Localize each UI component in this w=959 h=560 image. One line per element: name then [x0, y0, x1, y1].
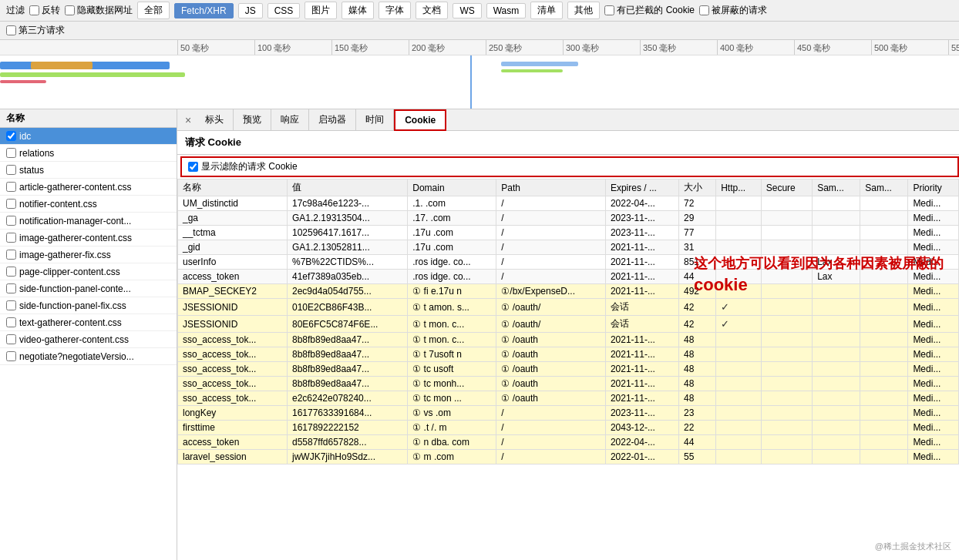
show-filtered-checkbox[interactable]: 显示滤除的请求 Cookie — [188, 160, 298, 173]
col-name: 名称 — [178, 179, 288, 196]
hide-data-url-checkbox[interactable]: 隐藏数据网址 — [65, 4, 133, 17]
list-item-image-fix[interactable]: image-gatherer-fix.css — [0, 246, 177, 263]
watermark: @稀土掘金技术社区 — [875, 541, 951, 552]
list-item-image-gatherer[interactable]: image-gatherer-content.css — [0, 230, 177, 246]
show-filtered-input[interactable] — [188, 162, 198, 172]
list-item-notification-manager[interactable]: notification-manager-cont... — [0, 213, 177, 230]
table-row[interactable]: laravel_sessionjwWJK7jihHo9Sdz...① m .co… — [178, 450, 959, 464]
media-button[interactable]: 媒体 — [342, 2, 374, 19]
tab-cookie[interactable]: Cookie — [394, 109, 446, 131]
doc-button[interactable]: 文档 — [416, 2, 448, 19]
list-item-text-gatherer-checkbox[interactable] — [6, 317, 16, 327]
table-row[interactable]: sso_access_tok...8b8fb89ed8aa47...① tc u… — [178, 362, 959, 377]
clear-button[interactable]: 清单 — [530, 2, 563, 19]
timeline-bar-orange — [31, 62, 93, 69]
list-item-negotiate-checkbox[interactable] — [6, 351, 16, 361]
table-row[interactable]: JSESSIONID010E2CB86F43B...① t amon. s...… — [178, 299, 959, 316]
list-item-page-clipper-checkbox[interactable] — [6, 267, 16, 277]
tab-timing[interactable]: 时间 — [356, 109, 394, 131]
tabs-bar: × 标头 预览 响应 启动器 时间 Cookie — [177, 109, 959, 131]
left-panel-header: 名称 — [0, 109, 177, 128]
reverse-checkbox[interactable]: 反转 — [29, 4, 60, 17]
list-item-notification-checkbox[interactable] — [6, 216, 16, 226]
tick-100: 100 毫秒 — [254, 40, 331, 55]
list-item-side-fix-checkbox[interactable] — [6, 300, 16, 310]
table-row[interactable]: longKey16177633391684...① vs .om/2023-11… — [178, 406, 959, 421]
list-item-side-function-checkbox[interactable] — [6, 283, 16, 293]
main-area: 名称 idc relations status article-gatherer… — [0, 109, 959, 560]
fetch-xhr-button[interactable]: Fetch/XHR — [174, 3, 234, 18]
col-priority: Priority — [908, 179, 959, 196]
cookie-header: 请求 Cookie — [177, 131, 959, 155]
list-item-side-fix[interactable]: side-function-panel-fix.css — [0, 297, 177, 314]
all-button[interactable]: 全部 — [137, 2, 170, 19]
col-domain: Domain — [408, 179, 496, 196]
tick-450: 450 毫秒 — [794, 40, 871, 55]
list-item-text-gatherer[interactable]: text-gatherer-content.css — [0, 314, 177, 331]
tab-response[interactable]: 响应 — [271, 109, 309, 131]
cookie-header-label: 请求 Cookie — [185, 136, 241, 149]
third-party-input[interactable] — [6, 25, 16, 35]
blocked-req-input[interactable] — [699, 5, 709, 15]
table-row[interactable]: sso_access_tok...8b8fb89ed8aa47...① t mo… — [178, 333, 959, 347]
img-button[interactable]: 图片 — [305, 2, 337, 19]
col-same2: Sam... — [860, 179, 908, 196]
filter-bar: 过滤 反转 隐藏数据网址 全部 Fetch/XHR JS CSS 图片 媒体 字… — [0, 0, 959, 22]
list-item-side-function[interactable]: side-function-panel-conte... — [0, 280, 177, 297]
timeline-cursor — [470, 55, 472, 109]
list-item-video-gatherer[interactable]: video-gatherer-content.css — [0, 331, 177, 348]
reverse-checkbox-input[interactable] — [29, 5, 39, 15]
blocked-cookie-input[interactable] — [604, 5, 614, 15]
table-row[interactable]: _gaGA1.2.19313504....17. .com/2023-11-..… — [178, 211, 959, 226]
cookie-data-table: 名称 值 Domain Path Expires / ... 大小 Http..… — [177, 179, 959, 464]
left-panel: 名称 idc relations status article-gatherer… — [0, 109, 177, 560]
table-row[interactable]: sso_access_tok...e2c6242e078240...① tc m… — [178, 391, 959, 406]
table-row[interactable]: sso_access_tok...8b8fb89ed8aa47...① t 7u… — [178, 347, 959, 362]
annotation-text: 这个地方可以看到因为各种因素被屏蔽的 cookie — [694, 254, 944, 297]
table-row[interactable]: access_tokend5587ffd657828...① n dba. co… — [178, 435, 959, 450]
tick-400: 400 毫秒 — [717, 40, 794, 55]
table-row[interactable]: __tctma102596417.1617....17u .com/2023-1… — [178, 226, 959, 240]
tab-preview[interactable]: 预览 — [234, 109, 271, 131]
col-expires: Expires / ... — [605, 179, 678, 196]
tab-close-button[interactable]: × — [180, 114, 196, 126]
css-button[interactable]: CSS — [268, 3, 301, 18]
other-button[interactable]: 其他 — [567, 2, 600, 19]
ws-button[interactable]: WS — [453, 3, 481, 18]
table-row[interactable]: sso_access_tok...8b8fb89ed8aa47...① tc m… — [178, 377, 959, 391]
tab-initiator[interactable]: 启动器 — [309, 109, 356, 131]
timeline-bar-green2 — [501, 69, 563, 72]
table-row[interactable]: firsttime1617892222152① .t /. m/2043-12-… — [178, 421, 959, 435]
js-button[interactable]: JS — [238, 3, 263, 18]
col-same1: Sam... — [813, 179, 860, 196]
font-button[interactable]: 字体 — [379, 2, 411, 19]
list-item-negotiate[interactable]: negotiate?negotiateVersio... — [0, 348, 177, 365]
list-item-image-fix-checkbox[interactable] — [6, 250, 16, 260]
list-item-notifier-checkbox[interactable] — [6, 199, 16, 209]
list-item-status[interactable]: status — [0, 162, 177, 179]
wasm-button[interactable]: Wasm — [486, 3, 527, 18]
tick-500: 500 毫秒 — [871, 40, 948, 55]
tick-350: 350 毫秒 — [640, 40, 717, 55]
list-item-status-checkbox[interactable] — [6, 165, 16, 175]
hide-data-url-input[interactable] — [65, 5, 75, 15]
list-item-image-gatherer-checkbox[interactable] — [6, 233, 16, 243]
list-item-page-clipper[interactable]: page-clipper-content.css — [0, 263, 177, 280]
list-item-article-checkbox[interactable] — [6, 182, 16, 192]
table-row[interactable]: UM_distinctid17c98a46e1223-....1. .com/2… — [178, 196, 959, 211]
list-item-article-gatherer[interactable]: article-gatherer-content.css — [0, 179, 177, 196]
tick-300: 300 毫秒 — [563, 40, 640, 55]
table-row[interactable]: _gidGA1.2.13052811....17u .com/2021-11-.… — [178, 240, 959, 255]
tick-150: 150 毫秒 — [331, 40, 409, 55]
list-item-relations-checkbox[interactable] — [6, 148, 16, 158]
list-item-relations[interactable]: relations — [0, 145, 177, 162]
blocked-cookie-checkbox[interactable]: 有已拦截的 Cookie — [604, 4, 695, 17]
list-item-idc[interactable]: idc — [0, 128, 177, 145]
list-item-idc-checkbox[interactable] — [6, 131, 16, 141]
list-item-video-gatherer-checkbox[interactable] — [6, 334, 16, 344]
tab-headers[interactable]: 标头 — [196, 109, 234, 131]
list-item-notifier[interactable]: notifier-content.css — [0, 196, 177, 213]
third-party-checkbox[interactable]: 第三方请求 — [6, 24, 65, 37]
blocked-req-checkbox[interactable]: 被屏蔽的请求 — [699, 4, 767, 17]
table-row[interactable]: JSESSIONID80E6FC5C874F6E...① t mon. c...… — [178, 316, 959, 333]
